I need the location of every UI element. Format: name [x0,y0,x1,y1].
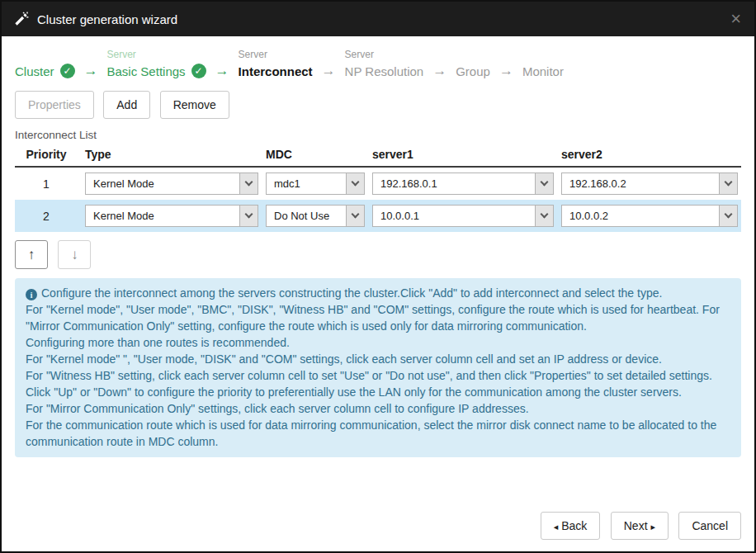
check-circle-icon: ✓ [191,64,206,78]
chevron-down-icon[interactable] [719,206,737,226]
server1-dropdown[interactable]: 10.0.0.1 [372,205,554,227]
step-arrow-icon: → [322,63,336,79]
next-triangle-icon: ▸ [650,522,655,532]
col-server1: server1 [372,148,554,161]
window-title: Cluster generation wizard [37,12,177,26]
wizard-steps: Cluster✓ → Server Basic Settings✓ → Serv… [15,48,741,80]
col-priority: Priority [15,148,78,161]
step-arrow-icon: → [499,63,513,79]
chevron-down-icon[interactable] [346,206,364,226]
check-circle-icon: ✓ [60,64,75,78]
type-dropdown[interactable]: Kernel Mode [85,173,258,195]
info-paragraph: For "Mirror Communication Only" settings… [26,400,730,417]
titlebar: Cluster generation wizard × [2,2,754,36]
mdc-dropdown[interactable]: Do Not Use [266,205,365,227]
step-interconnect[interactable]: Server Interconnect [239,48,313,80]
col-server2: server2 [561,148,738,161]
step-arrow-icon: → [84,63,98,79]
footer: ◂ Back Next ▸ Cancel [2,502,754,551]
chevron-down-icon[interactable] [535,206,553,226]
next-button[interactable]: Next ▸ [611,512,669,540]
move-down-button[interactable]: ↓ [58,240,91,269]
info-box: iConfigure the interconnect among the se… [15,278,741,457]
priority-cell: 2 [15,210,78,223]
server2-dropdown[interactable]: 192.168.0.2 [561,173,738,195]
table-row[interactable]: 2 Kernel Mode Do Not Use 10.0.0.1 10.0.0… [15,200,741,232]
info-paragraph: For "Kernel mode", "User mode", "BMC", "… [26,301,730,334]
chevron-down-icon[interactable] [239,206,258,226]
type-dropdown[interactable]: Kernel Mode [85,205,258,227]
mdc-dropdown[interactable]: mdc1 [266,173,365,195]
priority-controls: ↑ ↓ [15,240,741,269]
info-paragraph: Click "Up" or "Down" to configure the pr… [26,384,730,400]
cluster-generation-wizard-dialog: Cluster generation wizard × Cluster✓ → S… [0,0,756,553]
step-sublabel: Server [107,48,206,62]
col-type: Type [85,148,258,161]
interconnect-table: Priority Type MDC server1 server2 1 Kern… [15,146,741,232]
step-arrow-icon: → [215,63,229,79]
step-np-resolution[interactable]: Server NP Resolution [345,48,424,80]
move-up-button[interactable]: ↑ [15,240,48,269]
up-arrow-icon: ↑ [28,247,35,263]
step-monitor[interactable]: Monitor [522,48,564,80]
table-row[interactable]: 1 Kernel Mode mdc1 192.168.0.1 192.168.0… [15,168,741,200]
info-paragraph: For the communication route which is use… [26,417,730,450]
step-arrow-icon: → [432,63,447,79]
add-button[interactable]: Add [103,91,150,119]
info-paragraph: For "Witness HB" setting, click each ser… [26,367,730,384]
step-label: Basic Settings [107,64,186,78]
step-sublabel: Server [345,48,424,62]
close-icon[interactable]: × [729,10,743,28]
col-mdc: MDC [266,148,365,161]
step-basic-settings[interactable]: Server Basic Settings✓ [107,48,206,80]
priority-cell: 1 [15,177,78,191]
chevron-down-icon[interactable] [239,173,258,194]
back-triangle-icon: ◂ [554,522,559,532]
chevron-down-icon[interactable] [535,173,553,194]
chevron-down-icon[interactable] [719,173,737,194]
info-paragraph: Configuring more than one routes is reco… [26,334,730,351]
server1-dropdown[interactable]: 192.168.0.1 [372,173,554,195]
info-paragraph: iConfigure the interconnect among the se… [26,285,730,301]
chevron-down-icon[interactable] [346,173,364,194]
info-paragraph: For "Kernel mode" ", "User mode, "DISK" … [26,351,730,367]
step-cluster[interactable]: Cluster✓ [15,48,75,80]
toolbar: Properties Add Remove [15,91,741,119]
step-group[interactable]: Group [456,48,490,80]
step-label: Cluster [15,64,54,78]
info-icon: i [26,289,37,300]
step-label: NP Resolution [345,64,424,78]
remove-button[interactable]: Remove [160,91,229,119]
interconnect-list-title: Interconnect List [15,129,741,141]
down-arrow-icon: ↓ [71,247,78,263]
step-label: Interconnect [239,64,313,78]
cancel-button[interactable]: Cancel [678,512,741,540]
magic-wand-icon [13,11,30,27]
server2-dropdown[interactable]: 10.0.0.2 [561,205,738,227]
back-button[interactable]: ◂ Back [541,512,601,540]
table-header: Priority Type MDC server1 server2 [15,146,741,168]
step-sublabel: Server [239,48,313,62]
step-label: Monitor [522,64,564,78]
properties-button[interactable]: Properties [15,91,94,119]
step-label: Group [456,64,490,78]
